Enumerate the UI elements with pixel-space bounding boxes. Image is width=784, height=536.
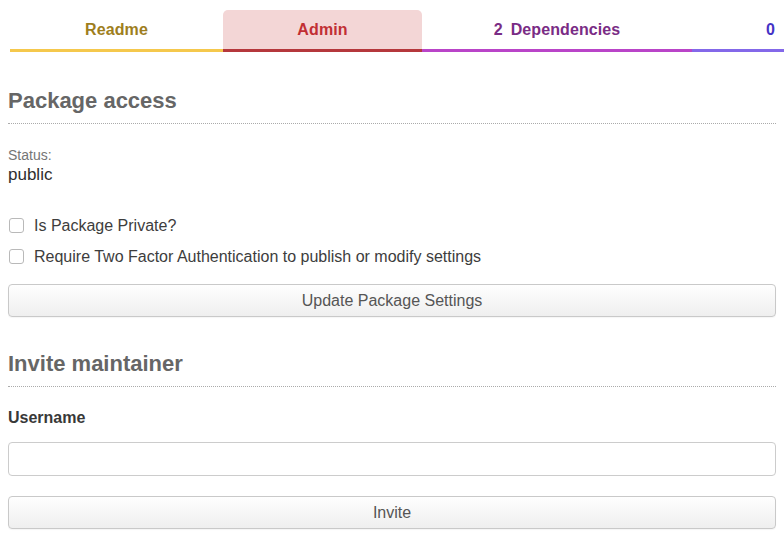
status-label: Status:: [8, 147, 776, 164]
require-2fa-label: Require Two Factor Authentication to pub…: [34, 247, 481, 266]
tab-dependencies-count: 2: [494, 21, 503, 39]
username-input[interactable]: [8, 442, 776, 476]
section-divider: [8, 386, 776, 387]
package-access-heading: Package access: [8, 88, 776, 114]
tab-readme-label: Readme: [85, 21, 148, 39]
is-package-private-row[interactable]: Is Package Private?: [8, 216, 776, 235]
invite-button[interactable]: Invite: [8, 496, 776, 529]
admin-panel: Package access Status: public Is Package…: [0, 88, 784, 529]
require-2fa-row[interactable]: Require Two Factor Authentication to pub…: [8, 247, 776, 266]
require-2fa-checkbox[interactable]: [9, 249, 24, 264]
is-package-private-checkbox[interactable]: [9, 218, 24, 233]
package-settings-options: Is Package Private? Require Two Factor A…: [8, 216, 776, 266]
update-package-settings-button[interactable]: Update Package Settings: [8, 284, 776, 317]
tab-dependents[interactable]: 0: [692, 10, 784, 52]
is-package-private-label: Is Package Private?: [34, 216, 176, 235]
tab-dependencies-label: Dependencies: [511, 21, 621, 39]
section-divider: [8, 123, 776, 124]
invite-maintainer-heading: Invite maintainer: [8, 351, 776, 377]
tab-readme[interactable]: Readme: [10, 10, 223, 52]
username-label: Username: [8, 408, 776, 427]
tab-admin[interactable]: Admin: [223, 10, 422, 52]
status-value: public: [8, 164, 776, 185]
tab-dependencies[interactable]: 2 Dependencies: [422, 10, 692, 52]
tab-dependents-count: 0: [766, 21, 775, 39]
package-tab-bar: Readme Admin 2 Dependencies 0: [0, 10, 784, 55]
tab-admin-label: Admin: [297, 21, 347, 39]
